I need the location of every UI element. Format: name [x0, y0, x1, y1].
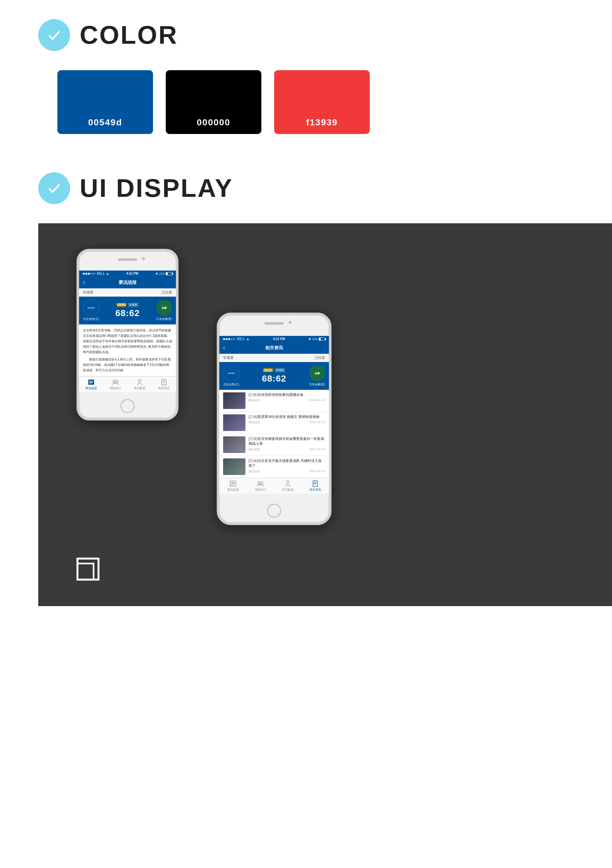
dot-5 [93, 273, 95, 275]
news-title-1: [三分]马布里秒传孙悦暴扣震撼全场 [249, 392, 325, 397]
tab-news[interactable]: 相关资讯 [152, 377, 176, 392]
battery-icon [166, 272, 172, 275]
svg-point-17 [287, 481, 289, 483]
back-button-2[interactable]: ‹ [223, 344, 225, 351]
small-square-icon [76, 563, 94, 581]
match-center-1: CCTV 常规赛 68:62 [102, 303, 153, 318]
tab-bar-1[interactable]: 赛况战报 球队统计 [79, 377, 176, 392]
phone-1-screen: BELL ▲ 4:21 PM ✱ 22% ‹ [79, 271, 176, 392]
ui-display-title: UI DISPLAY [80, 174, 233, 203]
tab-label-report: 赛况战报 [85, 386, 97, 391]
dot2-1 [223, 338, 225, 340]
swatch-blue-label: 00549d [88, 118, 122, 128]
tab-icon-report [88, 379, 95, 386]
news-body-2: [三分]莫里斯36分造逆转 独挑王 暂林扮真领袖 腾讯体育 2014–09–10 [249, 414, 325, 425]
phone-2-home-button[interactable] [267, 504, 281, 518]
tab-player-stats[interactable]: 球员数据 [128, 377, 152, 392]
cctv-badge-2: CCTV [263, 369, 273, 372]
phone-1-speaker [118, 258, 137, 261]
team-home-logo-2 [223, 365, 240, 381]
tab2-match-report[interactable]: 赛况战报 [219, 478, 247, 494]
news-date-2: 2014–09–10 [309, 420, 325, 425]
tab-icon-team [112, 379, 119, 386]
match-type-badge-2: 常规赛 [275, 368, 285, 372]
team-away-logo-1 [156, 300, 172, 316]
phone-1-status-left: BELL ▲ [83, 272, 109, 275]
phone-1-home-button[interactable] [121, 399, 134, 413]
color-check-circle [38, 19, 70, 51]
battery-percent-2: 22% [312, 338, 318, 341]
news-title-2: [三分]莫里斯36分造逆转 独挑王 暂林扮真领袖 [249, 414, 325, 419]
team-away-name-2: 天津金狮(客) [309, 383, 325, 387]
svg-point-16 [260, 482, 263, 484]
news-meta-4: 腾讯体育 2014–09–10 [249, 470, 325, 474]
dot2-4 [231, 338, 233, 340]
tab2-news[interactable]: 相关资讯 [301, 478, 329, 494]
team-home-logo-1 [83, 300, 99, 316]
news-source-4: 腾讯体育 [249, 470, 260, 474]
phone-1-status-bar: BELL ▲ 4:21 PM ✱ 22% [79, 271, 176, 277]
dot-2 [85, 273, 87, 275]
score-1: 68:62 [115, 308, 140, 318]
tianjin-logo-1 [156, 300, 172, 316]
tab-bar-2[interactable]: 赛况战报 球队统计 [219, 478, 329, 494]
dot2-3 [228, 338, 230, 340]
news-list: [三分]马布里秒传孙悦暴扣震撼全场 腾讯体育 2014–09–10 [ [219, 390, 329, 478]
color-section-header: COLOR [38, 19, 612, 51]
team-away-name-1: 天津金狮(客) [156, 317, 172, 321]
ui-display-header: UI DISPLAY [38, 172, 612, 204]
tab-match-report[interactable]: 赛况战报 [79, 377, 103, 392]
news-title-3: [三分]北京首钢篮球俱乐部金隅男篮最后一轮客场挑战上海 [249, 436, 325, 446]
news-item-3[interactable]: [三分]北京首钢篮球俱乐部金隅男篮最后一轮客场挑战上海 腾讯体育 2014–09… [219, 434, 329, 456]
match-result-2: 已结束 [315, 355, 325, 360]
news-item-4[interactable]: [三分]马京攻克不败主场更显成熟 关键时没儿张挺了 腾讯体育 2014–09–1… [219, 456, 329, 478]
phone-2-status-left: BELL ▲ [223, 337, 249, 341]
news-thumb-1 [223, 392, 246, 409]
color-swatches: 00549d 000000 f13939 [57, 70, 612, 134]
article-text-2: 数据方面新疆全队4人得分上双，新外援奥克萨拿下全队最高的18分8板，哈珀森17分… [83, 356, 172, 373]
news-item-2[interactable]: [三分]莫里斯36分造逆转 独挑王 暂林扮真领袖 腾讯体育 2014–09–10 [219, 412, 329, 434]
news-item-1[interactable]: [三分]马布里秒传孙悦暴扣震撼全场 腾讯体育 2014–09–10 [219, 390, 329, 412]
news-body-4: [三分]马京攻克不败主场更显成熟 关键时没儿张挺了 腾讯体育 2014–09–1… [249, 459, 325, 474]
article-content-1: 北京时间3月30号晚，CBA总决赛第六场开战，经过四节的较量北京在客场以98–8… [79, 324, 176, 377]
tab2-icon-team [257, 480, 264, 487]
color-title: COLOR [80, 20, 178, 50]
news-thumb-4 [223, 459, 246, 475]
phone-2-time: 4:21 PM [273, 337, 285, 341]
team-away-logo-2 [309, 365, 325, 381]
tab-icon-news [160, 379, 167, 386]
tab2-player-stats[interactable]: 球员数据 [274, 478, 301, 494]
tab-team-stats[interactable]: 球队统计 [103, 377, 128, 392]
back-button[interactable]: ‹ [83, 279, 85, 286]
phone-1-time: 4:21 PM [126, 272, 138, 275]
phone-2-status-bar: BELL ▲ 4:21 PM ✱ 22% [219, 336, 329, 342]
tab2-label-report: 赛况战报 [227, 488, 239, 492]
battery-status: ✱ 22% [156, 272, 172, 275]
match-status-bar-1: 常规赛 已结束 [79, 288, 176, 297]
match-result-1: 已结束 [162, 290, 172, 295]
news-source-1: 腾讯体育 [249, 398, 260, 403]
tab-icon-player [136, 379, 143, 386]
match-status-bar-2: 常规赛 已结束 [219, 354, 329, 362]
ducks-logo-2 [223, 365, 240, 381]
tab2-icon-news [312, 480, 319, 487]
tab-label-news: 相关资讯 [158, 386, 170, 391]
dot-4 [91, 273, 93, 275]
tab2-label-team: 球队统计 [255, 488, 266, 492]
wifi-icon-2: ▲ [246, 337, 249, 341]
color-section: COLOR 00549d 000000 f13939 [0, 0, 612, 153]
news-meta-1: 腾讯体育 2014–09–10 [249, 398, 325, 403]
match-type-2: 常规赛 [223, 355, 233, 360]
swatch-red: f13939 [274, 70, 370, 134]
bluetooth-icon-2: ✱ [309, 338, 311, 341]
svg-point-5 [115, 380, 118, 383]
svg-point-6 [138, 379, 141, 382]
news-thumb-2 [223, 414, 246, 431]
match-type-1: 常规赛 [83, 290, 93, 295]
tab2-team-stats[interactable]: 球队统计 [247, 478, 274, 494]
tab2-icon-report [230, 480, 236, 487]
article-text-1: 北京时间3月30号晚，CBA总决赛第六场开战，经过四节的较量北京在客场以98–8… [83, 328, 172, 355]
phone-frame-2: BELL ▲ 4:21 PM ✱ 22% ‹ [217, 313, 332, 525]
news-title-4: [三分]马京攻克不败主场更显成熟 关键时没儿张挺了 [249, 459, 325, 468]
tab-label-team: 球队统计 [110, 386, 121, 391]
